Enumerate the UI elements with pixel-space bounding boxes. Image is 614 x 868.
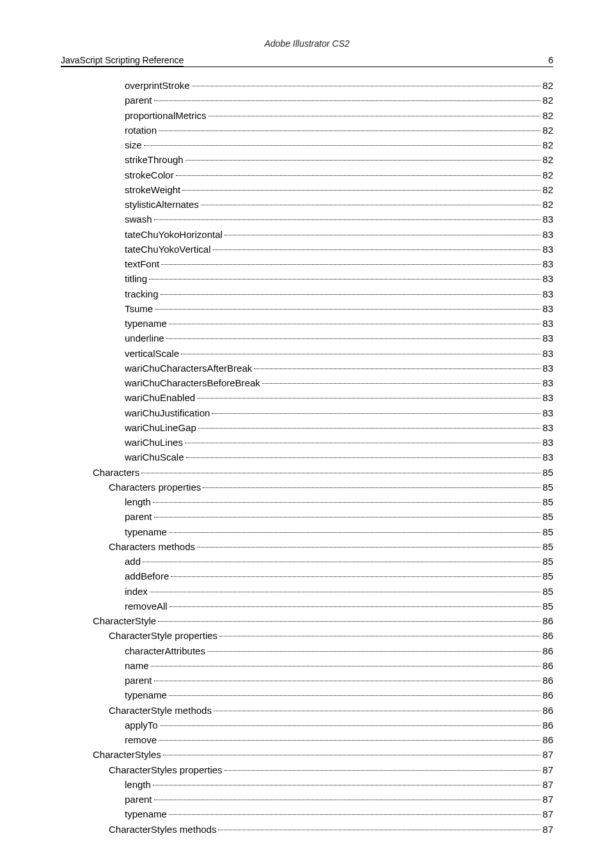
toc-entry[interactable]: wariChuJustification83 xyxy=(61,406,553,420)
toc-leader-dots xyxy=(185,443,540,443)
toc-entry[interactable]: stylisticAlternates82 xyxy=(61,197,553,212)
page-number: 6 xyxy=(548,55,553,65)
toc-label: overprintStroke xyxy=(125,78,190,93)
toc-page-number: 87 xyxy=(542,777,553,792)
toc-entry[interactable]: underline83 xyxy=(61,331,553,345)
toc-label: wariChuLines xyxy=(125,435,183,450)
toc-leader-dots xyxy=(153,785,540,785)
toc-leader-dots xyxy=(213,249,541,250)
toc-entry[interactable]: verticalScale83 xyxy=(61,346,553,361)
toc-page-number: 83 xyxy=(542,450,553,464)
toc-entry[interactable]: index85 xyxy=(61,584,553,599)
toc-entry[interactable]: characterAttributes86 xyxy=(61,643,553,658)
toc-entry[interactable]: CharacterStyles properties87 xyxy=(61,762,553,777)
toc-entry[interactable]: tateChuYokoHorizontal83 xyxy=(61,227,553,242)
toc-page-number: 86 xyxy=(542,613,553,628)
toc-entry[interactable]: wariChuLineGap83 xyxy=(61,420,553,435)
toc-label: CharacterStyle xyxy=(93,613,156,628)
toc-label: CharacterStyles properties xyxy=(109,762,223,777)
toc-page-number: 82 xyxy=(542,108,553,123)
toc-entry[interactable]: CharacterStyle properties86 xyxy=(61,628,553,643)
toc-leader-dots xyxy=(169,606,541,607)
toc-entry[interactable]: wariChuCharactersAfterBreak83 xyxy=(61,361,553,375)
toc-page-number: 85 xyxy=(542,509,553,524)
toc-entry[interactable]: typename87 xyxy=(61,807,553,821)
toc-entry[interactable]: overprintStroke82 xyxy=(61,78,553,93)
toc-page-number: 87 xyxy=(542,807,553,821)
toc-leader-dots xyxy=(198,428,541,429)
toc-page-number: 85 xyxy=(542,465,553,480)
toc-entry[interactable]: titling83 xyxy=(61,271,553,286)
toc-entry[interactable]: textFont83 xyxy=(61,256,553,271)
toc-entry[interactable]: add85 xyxy=(61,554,553,569)
toc-entry[interactable]: swash83 xyxy=(61,212,553,226)
toc-entry[interactable]: name86 xyxy=(61,658,553,673)
toc-entry[interactable]: remove86 xyxy=(61,732,553,747)
toc-entry[interactable]: typename85 xyxy=(61,525,553,539)
toc-entry[interactable]: wariChuLines83 xyxy=(61,435,553,450)
toc-page-number: 82 xyxy=(542,123,553,138)
toc-page-number: 85 xyxy=(542,554,553,569)
toc-entry[interactable]: length87 xyxy=(61,777,553,792)
toc-label: remove xyxy=(125,732,157,747)
toc-page-number: 86 xyxy=(542,673,553,688)
toc-leader-dots xyxy=(141,473,540,473)
toc-entry[interactable]: applyTo86 xyxy=(61,718,553,732)
toc-entry[interactable]: size82 xyxy=(61,138,553,152)
toc-entry[interactable]: addBefore85 xyxy=(61,569,553,583)
toc-entry[interactable]: typename83 xyxy=(61,316,553,331)
toc-entry[interactable]: CharacterStyle86 xyxy=(61,613,553,628)
toc-entry[interactable]: strokeWeight82 xyxy=(61,182,553,197)
toc-entry[interactable]: Characters85 xyxy=(61,465,553,480)
toc-entry[interactable]: removeAll85 xyxy=(61,599,553,613)
toc-entry[interactable]: length85 xyxy=(61,494,553,509)
toc-entry[interactable]: parent86 xyxy=(61,673,553,688)
toc-entry[interactable]: strikeThrough82 xyxy=(61,152,553,167)
toc-entry[interactable]: proportionalMetrics82 xyxy=(61,108,553,123)
toc-page-number: 85 xyxy=(542,525,553,539)
toc-entry[interactable]: CharacterStyles methods87 xyxy=(61,822,553,837)
toc-entry[interactable]: Characters methods85 xyxy=(61,539,553,554)
toc-leader-dots xyxy=(144,145,541,146)
toc-entry[interactable]: rotation82 xyxy=(61,123,553,138)
toc-page-number: 83 xyxy=(542,435,553,450)
toc-leader-dots xyxy=(224,235,540,235)
toc-entry[interactable]: parent82 xyxy=(61,93,553,107)
toc-label: wariChuLineGap xyxy=(125,420,196,435)
toc-entry[interactable]: tracking83 xyxy=(61,287,553,301)
toc-leader-dots xyxy=(143,562,540,562)
toc-entry[interactable]: Characters properties85 xyxy=(61,480,553,494)
toc-leader-dots xyxy=(254,368,540,369)
toc-leader-dots xyxy=(154,681,541,681)
toc-entry[interactable]: CharacterStyle methods86 xyxy=(61,703,553,718)
toc-page-number: 85 xyxy=(542,539,553,554)
toc-leader-dots xyxy=(153,502,540,503)
toc-entry[interactable]: strokeColor82 xyxy=(61,168,553,182)
toc-label: Characters xyxy=(93,465,139,480)
toc-entry[interactable]: tateChuYokoVertical83 xyxy=(61,242,553,256)
toc-page-number: 85 xyxy=(542,480,553,494)
toc-page-number: 87 xyxy=(542,792,553,807)
toc-page-number: 83 xyxy=(542,271,553,286)
toc-entry[interactable]: CharacterStyles87 xyxy=(61,747,553,762)
toc-entry[interactable]: wariChuScale83 xyxy=(61,450,553,464)
toc-page-number: 87 xyxy=(542,762,553,777)
toc-label: stylisticAlternates xyxy=(125,197,199,212)
toc-entry[interactable]: Tsume83 xyxy=(61,301,553,316)
toc-page-number: 83 xyxy=(542,256,553,271)
toc-page-number: 83 xyxy=(542,287,553,301)
toc-page-number: 86 xyxy=(542,688,553,702)
toc-page-number: 83 xyxy=(542,420,553,435)
toc-entry[interactable]: typename86 xyxy=(61,688,553,702)
toc-label: addBefore xyxy=(125,569,169,583)
toc-entry[interactable]: parent85 xyxy=(61,509,553,524)
toc-leader-dots xyxy=(171,576,540,577)
toc-label: characterAttributes xyxy=(125,643,205,658)
toc-entry[interactable]: wariChuCharactersBeforeBreak83 xyxy=(61,375,553,390)
toc-entry[interactable]: wariChuEnabled83 xyxy=(61,390,553,405)
toc-label: parent xyxy=(125,673,152,688)
toc-leader-dots xyxy=(176,175,541,176)
toc-entry[interactable]: parent87 xyxy=(61,792,553,807)
toc-label: swash xyxy=(125,212,152,226)
toc-page-number: 82 xyxy=(542,138,553,152)
